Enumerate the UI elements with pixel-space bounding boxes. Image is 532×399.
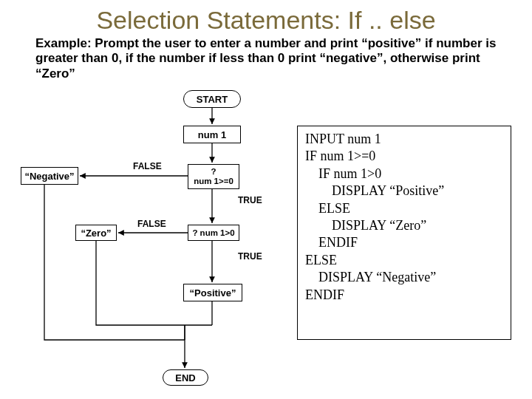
flow-decision-2: ? num 1>0 (188, 225, 239, 241)
pseudocode-box: INPUT num 1 IF num 1>=0 IF num 1>0 DISPL… (297, 126, 511, 340)
example-text: Example: Prompt the user to enter a numb… (35, 36, 497, 81)
label-false-1: FALSE (133, 161, 162, 171)
flow-end: END (163, 369, 208, 386)
label-true-1: TRUE (238, 195, 262, 205)
flow-start: START (183, 90, 241, 108)
flow-positive: “Positive” (183, 284, 242, 301)
flow-input: num 1 (183, 126, 241, 143)
label-false-2: FALSE (137, 219, 166, 229)
label-true-2: TRUE (238, 251, 262, 262)
flow-zero: “Zero” (75, 225, 117, 241)
flow-decision-1: ? num 1>=0 (188, 164, 239, 189)
flow-negative: “Negative” (21, 167, 78, 185)
page-title: Selection Statements: If .. else (0, 6, 532, 35)
